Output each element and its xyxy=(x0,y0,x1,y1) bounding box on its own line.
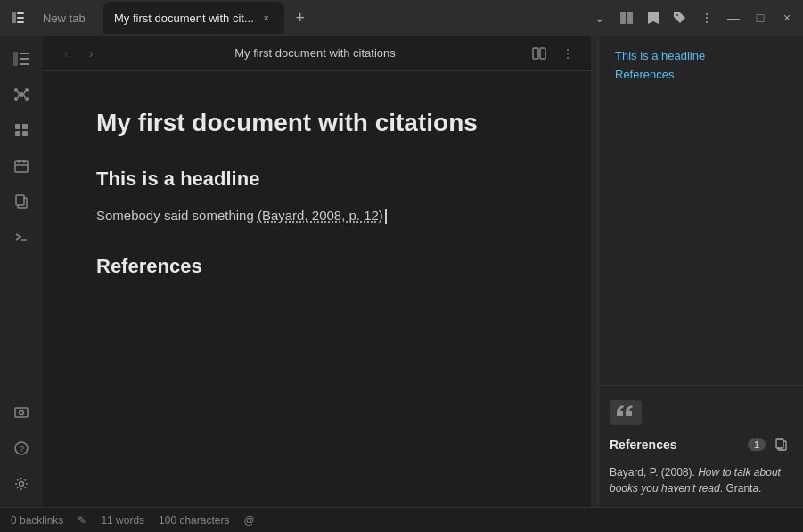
citations-panel: References 1 Bayard, P. (2008). How to t… xyxy=(599,389,803,507)
svg-rect-28 xyxy=(16,195,24,205)
more-btn[interactable]: ⋮ xyxy=(694,5,719,30)
chars-status[interactable]: 100 characters xyxy=(159,514,229,527)
editor-area[interactable]: My first document with citations This is… xyxy=(43,71,591,507)
at-status[interactable]: @ xyxy=(243,514,254,527)
svg-line-16 xyxy=(24,91,25,94)
status-bar: 0 backlinks ✎ 11 words 100 characters @ xyxy=(0,507,803,532)
svg-rect-9 xyxy=(20,63,29,65)
sidebar-toggle-icon[interactable] xyxy=(5,43,37,75)
topbar-more-btn[interactable]: ⋮ xyxy=(555,41,580,66)
document-paragraph: Somebody said something (Bayard, 2008, p… xyxy=(96,205,537,226)
svg-rect-35 xyxy=(533,48,538,59)
right-sidebar: This is a headline References References… xyxy=(598,36,803,507)
grid-icon[interactable] xyxy=(5,114,37,146)
words-label: 11 words xyxy=(101,514,144,527)
citation-link[interactable]: (Bayard, 2008, p. 12) xyxy=(258,208,383,223)
new-tab[interactable]: New tab xyxy=(32,2,103,34)
backlinks-status[interactable]: 0 backlinks xyxy=(11,514,63,527)
edit-status[interactable]: ✎ xyxy=(78,514,86,527)
references-heading: References xyxy=(96,255,537,278)
svg-point-10 xyxy=(19,92,24,97)
svg-line-15 xyxy=(18,91,19,94)
sidebar-bottom: ? xyxy=(5,397,37,500)
window-close-btn[interactable]: × xyxy=(774,5,799,30)
scroll-track[interactable] xyxy=(591,36,598,507)
terminal-icon[interactable] xyxy=(5,221,37,253)
tab-bar-actions: ⌄ ⋮ — □ × xyxy=(587,5,799,30)
edit-icon: ✎ xyxy=(78,514,86,527)
reader-btn[interactable] xyxy=(527,41,552,66)
split-view-btn[interactable] xyxy=(614,5,639,30)
maximize-btn[interactable]: □ xyxy=(748,5,773,30)
text-cursor xyxy=(385,209,387,224)
toc-item-references[interactable]: References xyxy=(610,65,792,84)
minimize-btn[interactable]: — xyxy=(721,5,746,30)
ref-author: Bayard, P. (2008). xyxy=(610,466,698,479)
svg-rect-19 xyxy=(15,124,20,129)
svg-rect-3 xyxy=(17,21,24,23)
active-tab-label: My first document with cit... xyxy=(114,12,254,25)
ref-entry: Bayard, P. (2008). How to talk about boo… xyxy=(610,464,792,496)
toc-panel: This is a headline References xyxy=(599,36,803,381)
svg-rect-30 xyxy=(15,408,28,417)
backlinks-label: 0 backlinks xyxy=(11,514,63,527)
quote-icon xyxy=(610,400,642,425)
svg-rect-0 xyxy=(12,12,16,23)
svg-rect-38 xyxy=(776,439,783,448)
left-sidebar: ? xyxy=(0,36,43,507)
svg-rect-8 xyxy=(20,58,29,60)
svg-text:?: ? xyxy=(20,445,24,454)
paragraph-text: Somebody said something xyxy=(96,208,258,223)
ref-count-badge: 1 xyxy=(748,438,766,451)
toc-item-headline[interactable]: This is a headline xyxy=(610,46,792,65)
svg-rect-2 xyxy=(17,17,24,19)
ref-publisher: . Granta. xyxy=(720,482,762,495)
svg-rect-6 xyxy=(13,52,18,66)
calendar-icon[interactable] xyxy=(5,150,37,182)
ref-header: References 1 xyxy=(610,434,792,455)
new-tab-label: New tab xyxy=(43,12,86,25)
svg-rect-36 xyxy=(540,48,545,59)
svg-rect-22 xyxy=(22,131,28,136)
svg-rect-21 xyxy=(15,131,20,136)
svg-point-34 xyxy=(20,482,24,487)
svg-rect-5 xyxy=(627,12,633,24)
tab-bar: New tab My first document with cit... × … xyxy=(0,0,803,36)
content-area: ‹ › My first document with citations ⋮ M… xyxy=(43,36,591,507)
sidebar-divider xyxy=(599,385,803,386)
connections-icon[interactable] xyxy=(5,78,37,110)
copy-icon[interactable] xyxy=(5,185,37,217)
document-headline: This is a headline xyxy=(96,168,537,191)
chars-label: 100 characters xyxy=(159,514,229,527)
tab-dropdown-btn[interactable]: ⌄ xyxy=(587,5,612,30)
words-status[interactable]: 11 words xyxy=(101,514,144,527)
svg-rect-1 xyxy=(17,12,24,14)
ref-label: References xyxy=(610,438,748,452)
tab-close-btn[interactable]: × xyxy=(259,11,274,25)
help-icon[interactable]: ? xyxy=(5,432,37,464)
screenshot-icon[interactable] xyxy=(5,397,37,429)
at-icon: @ xyxy=(243,514,254,527)
topbar-title: My first document with citations xyxy=(103,46,527,60)
active-tab[interactable]: My first document with cit... × xyxy=(103,2,284,34)
content-topbar: ‹ › My first document with citations ⋮ xyxy=(43,36,591,71)
svg-point-31 xyxy=(20,411,24,415)
tag-btn[interactable] xyxy=(668,5,692,30)
document-main-title: My first document with citations xyxy=(96,107,537,139)
new-tab-btn[interactable]: + xyxy=(288,5,313,30)
sidebar-toggle-btn[interactable] xyxy=(4,4,32,32)
svg-rect-23 xyxy=(15,161,28,172)
settings-icon[interactable] xyxy=(5,468,37,500)
svg-line-18 xyxy=(24,95,25,98)
svg-rect-4 xyxy=(620,12,626,24)
svg-rect-7 xyxy=(20,53,29,54)
main-area: ? ‹ › My first document with citations ⋮… xyxy=(0,36,803,507)
forward-btn[interactable]: › xyxy=(78,41,103,66)
svg-rect-20 xyxy=(22,124,28,129)
svg-line-17 xyxy=(18,95,19,98)
ref-copy-btn[interactable] xyxy=(771,434,792,455)
back-btn[interactable]: ‹ xyxy=(53,41,78,66)
topbar-actions: ⋮ xyxy=(527,41,580,66)
bookmark-btn[interactable] xyxy=(641,5,666,30)
